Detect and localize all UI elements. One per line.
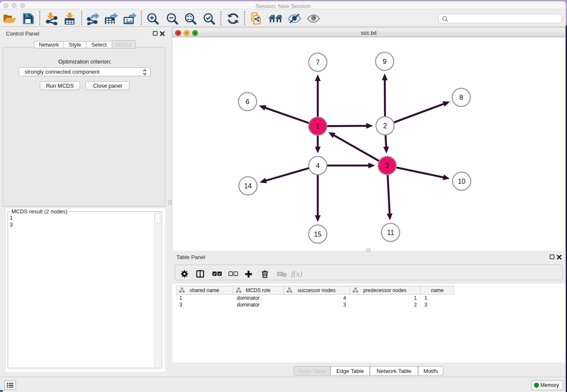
svg-text:1: 1 — [316, 123, 320, 130]
svg-text:11: 11 — [387, 229, 394, 236]
svg-text:3: 3 — [385, 162, 389, 169]
svg-text:7: 7 — [316, 59, 320, 66]
svg-text:6: 6 — [246, 98, 250, 105]
svg-text:2: 2 — [383, 122, 387, 130]
svg-text:4: 4 — [316, 162, 320, 169]
svg-text:9: 9 — [383, 58, 387, 65]
svg-text:10: 10 — [458, 178, 465, 185]
svg-text:14: 14 — [244, 182, 252, 190]
svg-text:15: 15 — [314, 231, 322, 238]
svg-text:8: 8 — [460, 94, 463, 101]
